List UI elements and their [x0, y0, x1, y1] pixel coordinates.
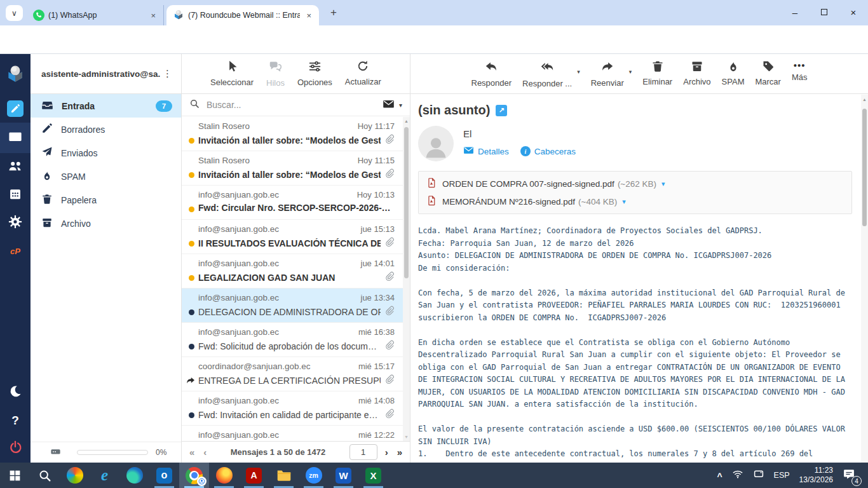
- window-minimize-button[interactable]: –: [780, 0, 810, 24]
- meet-now-icon[interactable]: [753, 468, 764, 482]
- dark-mode-button[interactable]: [0, 379, 31, 407]
- options-button[interactable]: Opciones: [297, 60, 332, 87]
- reply-all-caret-icon[interactable]: ▾: [577, 69, 580, 75]
- unread-status-icon[interactable]: [189, 172, 194, 178]
- reply-all-button[interactable]: Responder ...: [522, 60, 572, 88]
- cpanel-link[interactable]: cP: [0, 237, 31, 265]
- tab-roundcube[interactable]: (7) Roundcube Webmail :: Entra ×: [166, 5, 319, 25]
- attachment-item[interactable]: MEMORÁNDUM Nº216-signed.pdf (~404 KB) ▾: [426, 193, 844, 210]
- read-status-icon[interactable]: [189, 309, 194, 315]
- unread-status-icon[interactable]: [189, 275, 194, 281]
- message-row[interactable]: coordinador@sanjuan.gob.ecmié 15:17 ENTR…: [182, 357, 403, 391]
- message-row[interactable]: info@sanjuan.gob.ecjue 14:01 LEGALIZACIO…: [182, 254, 403, 288]
- next-page-button[interactable]: ›: [385, 447, 388, 458]
- folder-archivo[interactable]: Archivo: [31, 212, 181, 235]
- forward-caret-icon[interactable]: ▾: [629, 69, 632, 75]
- copilot-icon[interactable]: [60, 463, 90, 488]
- new-tab-button[interactable]: +: [327, 6, 341, 19]
- message-row[interactable]: info@sanjuan.gob.ecjue 15:13 II RESULTAD…: [182, 220, 403, 254]
- reading-pane-scrollbar[interactable]: ▲: [861, 95, 868, 463]
- first-page-button[interactable]: «: [189, 447, 194, 458]
- wifi-icon[interactable]: [732, 468, 743, 482]
- delete-button[interactable]: Eliminar: [642, 60, 672, 86]
- help-button[interactable]: ?: [0, 407, 31, 435]
- chrome-icon[interactable]: [179, 463, 209, 488]
- mail-tab[interactable]: [0, 123, 31, 153]
- taskbar-search-button[interactable]: [30, 463, 60, 488]
- file-explorer-icon[interactable]: [269, 463, 299, 488]
- read-status-icon[interactable]: [189, 412, 194, 418]
- window-close-button[interactable]: ×: [839, 0, 868, 24]
- headers-link[interactable]: i Cabeceras: [520, 146, 576, 156]
- reply-button[interactable]: Responder: [471, 60, 512, 88]
- logout-button[interactable]: [0, 435, 31, 463]
- read-status-icon[interactable]: [189, 344, 194, 349]
- unread-status-icon[interactable]: [189, 207, 194, 212]
- account-header[interactable]: asistente-administrativo@sa... ⋮: [31, 54, 181, 94]
- attachment-item[interactable]: ORDEN DE COMPRA 007-signed-signed.pdf (~…: [426, 175, 844, 193]
- internet-explorer-icon[interactable]: e: [90, 463, 119, 488]
- folder-papelera[interactable]: Papelera: [31, 188, 181, 212]
- message-row[interactable]: info@sanjuan.gob.ecmié 16:38 Fwd: Solici…: [182, 323, 403, 357]
- attachment-menu-caret-icon[interactable]: ▾: [661, 180, 665, 188]
- message-row[interactable]: Stalin RoseroHoy 11:17 Invitación al tal…: [182, 117, 403, 151]
- open-in-new-window-icon[interactable]: ↗: [496, 105, 507, 116]
- unread-status-icon[interactable]: [189, 138, 194, 144]
- message-row[interactable]: info@sanjuan.gob.ecmié 14:08 Fwd: Invita…: [182, 391, 403, 426]
- scroll-up-icon[interactable]: ▲: [861, 97, 868, 102]
- search-scope-mail-icon[interactable]: [383, 98, 395, 112]
- firefox-icon[interactable]: [209, 463, 239, 488]
- message-row[interactable]: info@sanjuan.gob.ecmié 12:22: [182, 426, 403, 441]
- search-input[interactable]: [205, 99, 383, 111]
- select-button[interactable]: Seleccionar: [210, 60, 254, 87]
- search-scope-caret-icon[interactable]: ▾: [399, 102, 402, 109]
- account-menu-icon[interactable]: ⋮: [160, 68, 175, 79]
- folder-borradores[interactable]: Borradores: [31, 118, 181, 141]
- attachment-name[interactable]: MEMORÁNDUM Nº216-signed.pdf: [442, 197, 575, 207]
- unread-status-icon[interactable]: [189, 241, 194, 247]
- tab-whatsapp[interactable]: (1) WhatsApp ×: [27, 5, 164, 25]
- details-link[interactable]: Detalles: [463, 145, 509, 158]
- edge-icon[interactable]: [119, 463, 149, 488]
- language-indicator[interactable]: ESP: [774, 471, 790, 480]
- attachment-menu-caret-icon[interactable]: ▾: [622, 198, 626, 206]
- settings-tab[interactable]: [0, 209, 31, 237]
- calendar-tab[interactable]: [0, 181, 31, 209]
- clock[interactable]: 11:23 13/3/2026: [799, 466, 833, 485]
- scrollbar-thumb[interactable]: [862, 109, 867, 226]
- close-tab-icon[interactable]: ×: [148, 11, 158, 20]
- message-row[interactable]: info@sanjuan.gob.ecHoy 10:13 Fwd: Circul…: [182, 186, 403, 220]
- zoom-icon[interactable]: zm: [299, 463, 329, 488]
- folder-spam[interactable]: SPAM: [31, 165, 181, 188]
- list-scrollbar[interactable]: ▲ ▼: [403, 117, 410, 441]
- tray-expand-icon[interactable]: ^: [717, 471, 722, 482]
- word-icon[interactable]: W: [329, 463, 358, 488]
- start-button[interactable]: [0, 463, 30, 488]
- refresh-button[interactable]: Actualizar: [345, 60, 381, 86]
- acrobat-icon[interactable]: A: [239, 463, 269, 488]
- attachment-name[interactable]: ORDEN DE COMPRA 007-signed-signed.pdf: [442, 179, 614, 189]
- page-number-input[interactable]: [349, 444, 377, 460]
- scroll-down-icon[interactable]: ▼: [403, 435, 410, 439]
- message-row[interactable]: Stalin RoseroHoy 11:15 Invitación al tal…: [182, 151, 403, 186]
- scrollbar-thumb[interactable]: [404, 127, 409, 278]
- folder-enviados[interactable]: Enviados: [31, 141, 181, 165]
- mark-button[interactable]: Marcar: [755, 60, 780, 86]
- folder-entrada[interactable]: Entrada 7: [31, 94, 181, 118]
- contacts-tab[interactable]: [0, 153, 31, 181]
- notification-center-button[interactable]: 4: [843, 468, 860, 483]
- scroll-up-icon[interactable]: ▲: [403, 119, 410, 123]
- threads-button[interactable]: Hilos: [266, 60, 285, 88]
- spam-button[interactable]: SPAM: [722, 60, 745, 86]
- compose-button[interactable]: [0, 95, 31, 123]
- excel-icon[interactable]: X: [358, 463, 388, 488]
- more-button[interactable]: ••• Más: [792, 60, 808, 82]
- window-maximize-button[interactable]: [810, 0, 839, 24]
- archive-button[interactable]: Archivo: [683, 60, 710, 86]
- tab-search-button[interactable]: ∨: [6, 5, 23, 21]
- outlook-icon[interactable]: o: [149, 463, 179, 488]
- close-tab-icon[interactable]: ×: [304, 11, 314, 20]
- last-page-button[interactable]: »: [397, 447, 402, 458]
- message-row-selected[interactable]: info@sanjuan.gob.ecjue 13:34 DELEGACION …: [182, 288, 403, 323]
- forward-button[interactable]: Reenviar: [591, 60, 624, 88]
